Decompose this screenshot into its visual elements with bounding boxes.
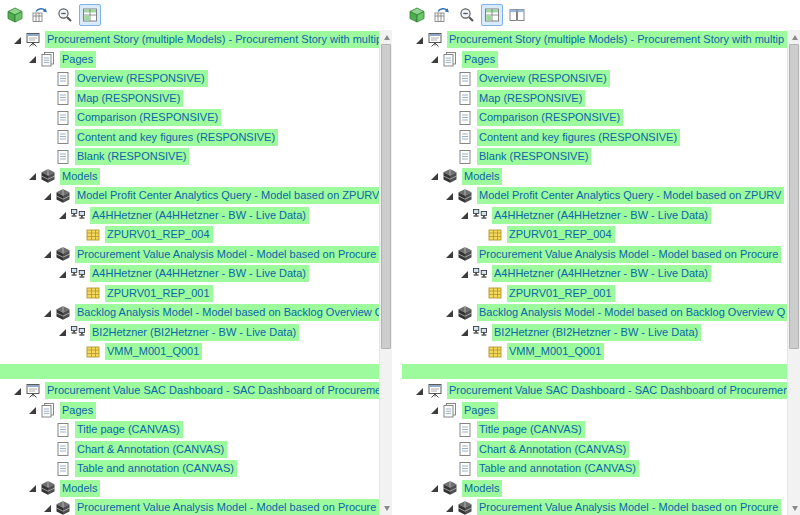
tree-row[interactable]: Procurement Value Analysis Model - Model… [402, 245, 787, 265]
expand-toggle-icon[interactable] [429, 53, 441, 65]
tree-row[interactable]: Procurement Value SAC Dashboard - SAC Da… [402, 381, 787, 401]
tree-row[interactable]: Backlog Analysis Model - Model based on … [0, 303, 379, 323]
right-vertical-scrollbar[interactable] [787, 30, 800, 515]
left-vertical-scrollbar[interactable] [379, 30, 392, 515]
expand-toggle-icon[interactable] [429, 404, 441, 416]
tree-row[interactable]: Title page (CANVAS) [402, 420, 787, 440]
tree-row[interactable]: Procurement Value Analysis Model - Model… [402, 498, 787, 515]
expand-toggle-icon[interactable] [429, 482, 441, 494]
expand-toggle-icon[interactable] [42, 502, 54, 514]
tree-row[interactable]: Pages [402, 401, 787, 421]
tree-row[interactable]: ZPURV01_REP_001 [0, 284, 379, 304]
twisty-spacer [42, 112, 54, 124]
tree-row[interactable]: Chart & Annotation (CANVAS) [0, 440, 379, 460]
tree-row[interactable]: Pages [402, 50, 787, 70]
tree-row[interactable]: Table and annotation (CANVAS) [0, 459, 379, 479]
tree-item-label: Procurement Story (multiple Models) - Pr… [447, 31, 787, 48]
expand-toggle-icon[interactable] [12, 34, 24, 46]
expand-toggle-icon[interactable] [444, 502, 456, 514]
expand-toggle-icon[interactable] [27, 170, 39, 182]
expand-toggle-icon[interactable] [459, 209, 471, 221]
tree-row[interactable]: BI2Hetzner (BI2Hetzner - BW - Live Data) [0, 323, 379, 343]
tree-row[interactable]: Procurement Value SAC Dashboard - SAC Da… [0, 381, 379, 401]
tree-row[interactable]: Table and annotation (CANVAS) [402, 459, 787, 479]
expand-toggle-icon[interactable] [444, 248, 456, 260]
tree-row[interactable]: Models [0, 479, 379, 499]
tree-spacer-row [0, 362, 379, 382]
model-cube-icon[interactable] [4, 4, 26, 26]
tree-item-label: Comparison (RESPONSIVE) [477, 109, 623, 126]
import-arrow-icon[interactable] [29, 4, 51, 26]
tree-row[interactable]: Models [402, 479, 787, 499]
tree-row[interactable]: BI2Hetzner (BI2Hetzner - BW - Live Data) [402, 323, 787, 343]
expand-toggle-icon[interactable] [42, 248, 54, 260]
tree-row[interactable]: Content and key figures (RESPONSIVE) [402, 128, 787, 148]
expand-toggle-icon[interactable] [57, 209, 69, 221]
tree-row[interactable]: Procurement Story (multiple Models) - Pr… [0, 30, 379, 50]
expand-toggle-icon[interactable] [444, 190, 456, 202]
twisty-spacer [42, 92, 54, 104]
tree-row[interactable]: VMM_M001_Q001 [402, 342, 787, 362]
expand-toggle-icon[interactable] [414, 34, 426, 46]
tree-row[interactable]: Model Profit Center Analytics Query - Mo… [0, 186, 379, 206]
tree-row[interactable]: Backlog Analysis Model - Model based on … [402, 303, 787, 323]
tree-row[interactable]: Comparison (RESPONSIVE) [402, 108, 787, 128]
zoom-out-icon[interactable] [456, 4, 478, 26]
scroll-down-arrow-icon[interactable] [788, 501, 800, 515]
expand-toggle-icon[interactable] [459, 268, 471, 280]
expand-toggle-icon[interactable] [414, 385, 426, 397]
expand-toggle-icon[interactable] [42, 307, 54, 319]
scroll-up-arrow-icon[interactable] [788, 30, 800, 44]
expand-toggle-icon[interactable] [42, 190, 54, 202]
expand-toggle-icon[interactable] [459, 326, 471, 338]
tree-row[interactable]: A4HHetzner (A4HHetzner - BW - Live Data) [0, 206, 379, 226]
expand-toggle-icon[interactable] [429, 170, 441, 182]
tree-row[interactable]: Overview (RESPONSIVE) [402, 69, 787, 89]
model-cube-icon[interactable] [406, 4, 428, 26]
expand-toggle-icon[interactable] [57, 326, 69, 338]
tree-row[interactable]: Model Profit Center Analytics Query - Mo… [402, 186, 787, 206]
expand-toggle-icon[interactable] [27, 53, 39, 65]
tree-row[interactable]: Chart & Annotation (CANVAS) [402, 440, 787, 460]
expand-toggle-icon[interactable] [57, 268, 69, 280]
tree-row[interactable]: Models [402, 167, 787, 187]
expand-toggle-icon[interactable] [444, 307, 456, 319]
tree-row[interactable]: ZPURV01_REP_004 [402, 225, 787, 245]
expand-toggle-icon[interactable] [27, 404, 39, 416]
scroll-down-arrow-icon[interactable] [380, 501, 392, 515]
highlight-band [0, 364, 379, 379]
story-icon [427, 32, 443, 48]
tree-row[interactable]: VMM_M001_Q001 [0, 342, 379, 362]
tree-row[interactable]: ZPURV01_REP_001 [402, 284, 787, 304]
tree-row[interactable]: ZPURV01_REP_004 [0, 225, 379, 245]
tree-row[interactable]: A4HHetzner (A4HHetzner - BW - Live Data) [0, 264, 379, 284]
zoom-out-icon[interactable] [54, 4, 76, 26]
scroll-up-arrow-icon[interactable] [380, 30, 392, 44]
tree-row[interactable]: Pages [0, 401, 379, 421]
tree-row[interactable]: Pages [0, 50, 379, 70]
expand-toggle-icon[interactable] [27, 482, 39, 494]
tree-row[interactable]: A4HHetzner (A4HHetzner - BW - Live Data) [402, 206, 787, 226]
tree-row[interactable]: Procurement Value Analysis Model - Model… [0, 245, 379, 265]
pages-icon [40, 51, 56, 67]
tree-row[interactable]: Map (RESPONSIVE) [402, 89, 787, 109]
tree-row[interactable]: Models [0, 167, 379, 187]
tree-row[interactable]: Map (RESPONSIVE) [0, 89, 379, 109]
scrollbar-thumb[interactable] [789, 44, 799, 349]
tree-row[interactable]: Title page (CANVAS) [0, 420, 379, 440]
tile-view-icon[interactable] [506, 4, 528, 26]
twisty-spacer [42, 131, 54, 143]
tree-row[interactable]: Blank (RESPONSIVE) [402, 147, 787, 167]
tree-row[interactable]: Content and key figures (RESPONSIVE) [0, 128, 379, 148]
tree-row[interactable]: A4HHetzner (A4HHetzner - BW - Live Data) [402, 264, 787, 284]
tree-row[interactable]: Comparison (RESPONSIVE) [0, 108, 379, 128]
tree-row[interactable]: Blank (RESPONSIVE) [0, 147, 379, 167]
diff-table-icon[interactable] [481, 4, 503, 26]
tree-row[interactable]: Procurement Story (multiple Models) - Pr… [402, 30, 787, 50]
diff-table-icon[interactable] [79, 4, 101, 26]
scrollbar-thumb[interactable] [381, 44, 391, 349]
tree-row[interactable]: Overview (RESPONSIVE) [0, 69, 379, 89]
import-arrow-icon[interactable] [431, 4, 453, 26]
tree-row[interactable]: Procurement Value Analysis Model - Model… [0, 498, 379, 515]
expand-toggle-icon[interactable] [12, 385, 24, 397]
